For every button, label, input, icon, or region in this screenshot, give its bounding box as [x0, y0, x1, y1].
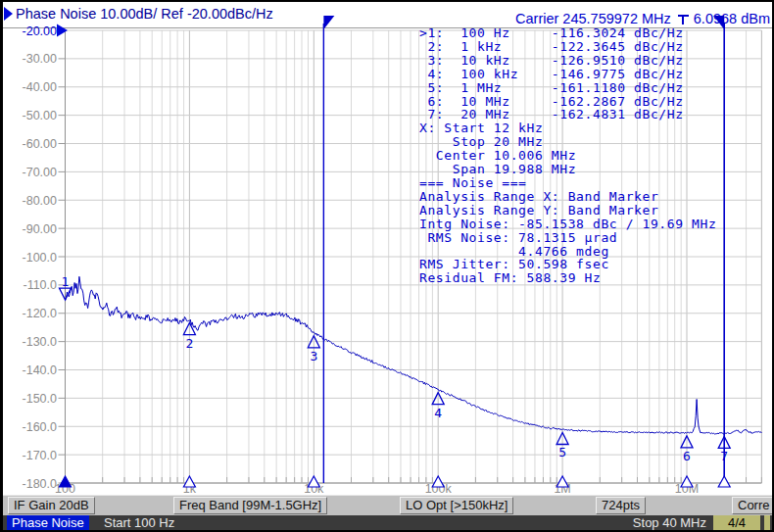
marker-6-number: 6 — [683, 449, 691, 463]
band-start-flag-icon[interactable] — [323, 16, 334, 29]
marker-7-axis-triangle-icon[interactable] — [718, 476, 730, 487]
y-axis-tick-label: -40.00 — [23, 80, 57, 94]
marker-5-number: 5 — [558, 445, 566, 459]
y-axis-tick-label: -30.00 — [23, 52, 57, 66]
phase-noise-analyzer-screen: Phase Noise 10.00dB/ Ref -20.00dBc/Hz Ca… — [0, 0, 774, 532]
softkey-correlation[interactable]: Corre 4 — [732, 497, 774, 514]
marker-4-number: 4 — [434, 406, 442, 420]
y-axis-tick-label: -60.00 — [23, 137, 57, 151]
marker-3-number: 3 — [310, 349, 317, 363]
active-mode-indicator[interactable]: Phase Noise — [7, 515, 89, 530]
marker-7-number: 7 — [720, 449, 728, 463]
y-axis-tick-label: -110.0 — [23, 278, 57, 292]
y-axis-tick-label: -150.0 — [23, 392, 57, 406]
softkey-points[interactable]: 724pts — [596, 497, 646, 514]
marker-2-number: 2 — [185, 336, 193, 351]
marker-1-number: 1 — [62, 274, 70, 289]
average-count-indicator[interactable]: 4/4 — [713, 515, 760, 530]
y-axis-tick-label: -160.0 — [23, 420, 57, 434]
softkey-lo-opt[interactable]: LO Opt [>150kHz] — [400, 497, 513, 514]
softkey-bar: IF Gain 20dBFreq Band [99M-1.5GHz]LO Opt… — [2, 495, 772, 516]
y-axis-tick-label: -50.00 — [23, 109, 57, 122]
y-axis-tick-label: -180.0 — [23, 477, 57, 491]
softkey-freq-band[interactable]: Freq Band [99M-1.5GHz] — [173, 497, 327, 514]
status-edge-indicator — [764, 515, 770, 530]
y-axis-tick-label: -20.00 — [23, 24, 57, 38]
y-axis-tick-label: -70.00 — [23, 166, 57, 179]
softkey-if-gain[interactable]: IF Gain 20dB — [8, 497, 95, 514]
y-axis-tick-label: -140.0 — [23, 363, 57, 377]
status-bar: Phase Noise Start 100 Hz Stop 40 MHz 4/4 — [2, 515, 772, 530]
stop-frequency-field[interactable]: Stop 40 MHz — [633, 515, 706, 530]
y-axis-tick-label: -100.0 — [23, 251, 57, 265]
y-axis-tick-label: -120.0 — [23, 307, 57, 320]
y-axis-tick-label: -90.00 — [23, 222, 57, 236]
y-axis-tick-label: -80.00 — [23, 194, 57, 208]
phase-noise-trace — [66, 276, 762, 434]
y-axis-tick-label: -130.0 — [23, 335, 57, 349]
y-axis-tick-label: -170.0 — [23, 449, 57, 462]
start-frequency-field[interactable]: Start 100 Hz — [104, 515, 174, 530]
marker-info-panel: >1: 100 Hz -116.3024 dBc/Hz 2: 1 kHz -12… — [419, 26, 716, 285]
ref-level-arrow-icon[interactable] — [57, 24, 68, 37]
